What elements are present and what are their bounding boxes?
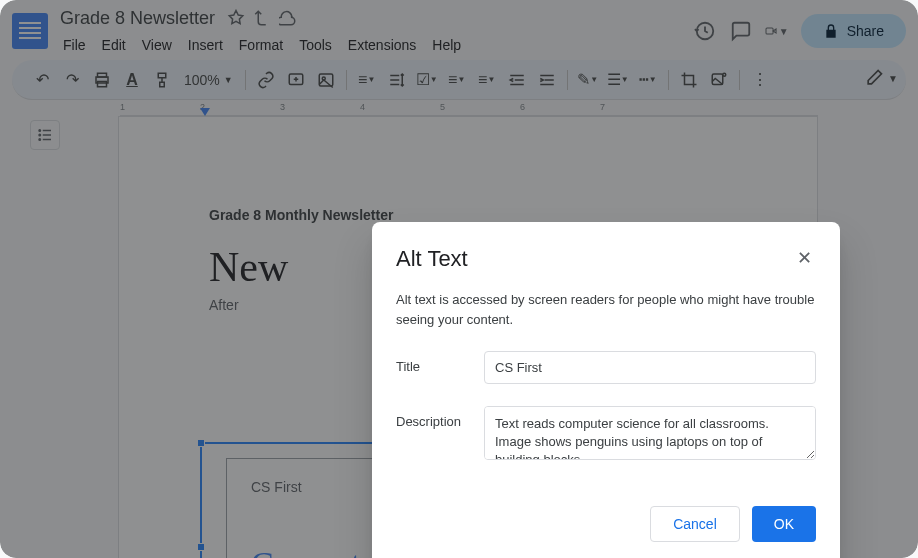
- dialog-title: Alt Text: [396, 246, 468, 272]
- alt-text-dialog: Alt Text ✕ Alt text is accessed by scree…: [372, 222, 840, 558]
- close-icon[interactable]: ✕: [792, 246, 816, 270]
- description-textarea[interactable]: [484, 406, 816, 460]
- title-field-label: Title: [396, 351, 484, 374]
- title-input[interactable]: [484, 351, 816, 384]
- dialog-description: Alt text is accessed by screen readers f…: [396, 290, 816, 329]
- ok-button[interactable]: OK: [752, 506, 816, 542]
- cancel-button[interactable]: Cancel: [650, 506, 740, 542]
- description-field-label: Description: [396, 406, 484, 429]
